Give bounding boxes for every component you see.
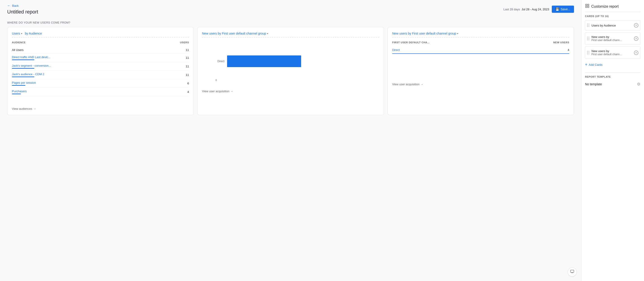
remove-card-button[interactable]: ✕	[634, 23, 638, 28]
card1-by-label	[23, 32, 24, 35]
card1-audience-label: by Audience	[25, 32, 42, 35]
row-name[interactable]: Pages per session	[12, 81, 36, 84]
row-value: 4	[187, 90, 189, 94]
card3-title[interactable]: New users by First user default channel …	[392, 32, 569, 38]
card1-table-header: AUDIENCE USERS	[12, 41, 189, 45]
view-user-acquisition-link-2[interactable]: View user acquisition →	[202, 90, 379, 93]
svg-rect-4	[570, 270, 574, 272]
save-button[interactable]: 💾 Save...	[552, 6, 574, 13]
template-name: No template	[585, 82, 602, 86]
add-cards-button[interactable]: + Add Cards	[585, 60, 640, 69]
back-link[interactable]: ← Back	[7, 4, 38, 8]
drag-handle-icon[interactable]	[587, 51, 590, 54]
row-name[interactable]: Jack's segment - conversion...	[12, 64, 51, 67]
row-name[interactable]: Direct traffic AND Last devic...	[12, 56, 50, 59]
svg-rect-1	[588, 4, 589, 6]
date-range: Last 28 days Jul 28 - Aug 24, 2023	[504, 8, 549, 11]
row-bar	[12, 60, 34, 60]
row-value: 11	[186, 65, 189, 68]
row-value: 6	[187, 82, 189, 85]
row-bar	[12, 68, 34, 69]
view-user-acquisition-link-3[interactable]: View user acquisition →	[392, 82, 569, 86]
x-axis-label: 0	[216, 79, 217, 82]
report-template-label: REPORT TEMPLATE	[585, 72, 640, 78]
svg-rect-0	[586, 4, 587, 6]
template-row: No template ⚙	[585, 81, 640, 88]
row-value: 11	[186, 56, 189, 60]
panel-card-text: New users by First user default chann...	[592, 35, 622, 42]
table-row: Jack's audience - CDM 2 11	[12, 71, 189, 79]
row-bar	[12, 85, 25, 86]
row-name: All Users	[12, 48, 24, 52]
row-name[interactable]: Jack's audience - CDM 2	[12, 72, 44, 76]
plus-icon: +	[585, 62, 588, 67]
panel-card-item-3: New users by First user default chann...…	[585, 46, 640, 59]
panel-card-item-2: New users by First user default chann...…	[585, 32, 640, 45]
table-row: Direct 4	[392, 46, 569, 54]
table-row: Purchasers 4	[12, 88, 189, 96]
cards-label: CARDS (UP TO 16)	[585, 15, 640, 18]
panel-card-text: Users by Audience	[592, 24, 616, 27]
panel-title: Customize report	[591, 4, 619, 8]
section-heading: WHERE DO YOUR NEW USERS COME FROM?	[7, 21, 574, 24]
row-bar	[12, 94, 21, 94]
back-label: Back	[12, 4, 18, 8]
drag-handle-icon[interactable]	[587, 24, 590, 27]
report-title: Untitled report	[7, 9, 38, 15]
row-value: 11	[186, 73, 189, 76]
card2-title[interactable]: New users by First user default channel …	[202, 32, 379, 38]
panel-card-item-1: Users by Audience ✕	[585, 20, 640, 30]
row-value: 11	[186, 48, 189, 52]
back-arrow-icon: ←	[7, 4, 11, 8]
remove-card-button[interactable]: ✕	[634, 36, 638, 41]
chart-bar-wrapper: Direct	[216, 56, 379, 67]
add-cards-label: Add Cards	[589, 63, 602, 66]
card1-dropdown-icon: ▾	[21, 32, 22, 35]
feedback-button[interactable]	[568, 268, 577, 276]
template-settings-icon[interactable]: ⚙	[637, 82, 640, 87]
new-users-table-card: New users by First user default channel …	[388, 27, 574, 115]
table-row: All Users 11	[12, 46, 189, 54]
chart-y-label: Direct	[216, 60, 224, 63]
row-bar	[12, 76, 34, 77]
drag-handle-icon[interactable]	[587, 37, 590, 40]
svg-rect-3	[586, 6, 587, 8]
remove-card-button[interactable]: ✕	[634, 50, 638, 55]
card1-users-label: Users	[12, 32, 20, 35]
right-panel: Customize report CARDS (UP TO 16) Users …	[581, 0, 644, 281]
cards-row: Users ▾ by Audience AUDIENCE USERS All U…	[7, 27, 574, 115]
chart-bar	[227, 56, 301, 67]
card3-table-header: FIRST USER DEFAULT CHA... NEW USERS	[392, 41, 569, 45]
users-by-audience-card: Users ▾ by Audience AUDIENCE USERS All U…	[7, 27, 194, 115]
save-icon: 💾	[555, 8, 559, 11]
table-row: Direct traffic AND Last devic... 11	[12, 54, 189, 62]
svg-rect-2	[588, 6, 589, 8]
card1-title[interactable]: Users ▾ by Audience	[12, 32, 189, 38]
table-row: Jack's segment - conversion... 11	[12, 62, 189, 71]
panel-card-text: New users by First user default chann...	[592, 50, 622, 56]
card3-dropdown-icon: ▾	[457, 32, 458, 35]
customize-report-icon	[585, 4, 590, 9]
chart-area: Direct 0	[202, 41, 379, 86]
view-audiences-link[interactable]: View audiences →	[12, 105, 189, 110]
feedback-icon	[570, 270, 574, 274]
panel-header: Customize report	[585, 4, 640, 12]
table-row: Pages per session 6	[12, 79, 189, 88]
row-name[interactable]: Purchasers	[12, 90, 27, 93]
new-users-chart-card: New users by First user default channel …	[197, 27, 384, 115]
row-value: 4	[568, 48, 569, 52]
card2-dropdown-icon: ▾	[267, 32, 268, 35]
row-name[interactable]: Direct	[392, 48, 400, 52]
